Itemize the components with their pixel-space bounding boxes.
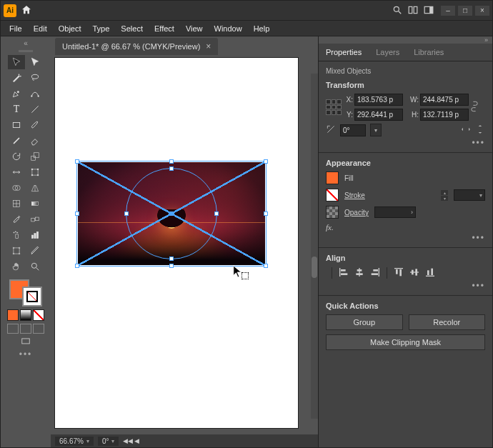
screen-mode-button[interactable] bbox=[20, 337, 31, 348]
hand-tool[interactable] bbox=[8, 259, 25, 274]
make-clipping-mask-button[interactable]: Make Clipping Mask bbox=[326, 334, 485, 350]
selection-tool[interactable] bbox=[8, 55, 25, 69]
tab-properties[interactable]: Properties bbox=[319, 44, 369, 61]
x-input[interactable] bbox=[354, 94, 403, 106]
graph-tool[interactable] bbox=[26, 228, 44, 242]
vertical-scrollbar[interactable] bbox=[311, 74, 318, 419]
minimize-button[interactable]: – bbox=[441, 6, 455, 16]
panel-collapse-icon[interactable]: » bbox=[319, 36, 492, 44]
curvature-tool[interactable] bbox=[26, 86, 44, 101]
stroke-swatch-panel[interactable] bbox=[326, 189, 339, 201]
menu-help[interactable]: Help bbox=[249, 23, 274, 34]
draw-normal-button[interactable] bbox=[7, 324, 19, 334]
toolbar-grip[interactable] bbox=[15, 49, 36, 53]
free-transform-tool[interactable] bbox=[26, 165, 44, 179]
opacity-swatch[interactable] bbox=[326, 206, 339, 219]
search-icon[interactable] bbox=[392, 5, 402, 16]
gradient-mode-button[interactable] bbox=[20, 309, 31, 321]
group-button[interactable]: Group bbox=[326, 314, 403, 330]
appearance-more-icon[interactable]: ••• bbox=[326, 233, 485, 243]
document-tab[interactable]: Untitled-1* @ 66.67 % (CMYK/Preview) × bbox=[55, 38, 218, 55]
magic-wand-tool[interactable] bbox=[8, 71, 25, 85]
direct-selection-tool[interactable] bbox=[26, 55, 44, 69]
align-left-icon[interactable] bbox=[338, 267, 349, 279]
canvas[interactable] bbox=[51, 55, 318, 434]
stroke-swatch[interactable] bbox=[22, 287, 42, 307]
arrange-docs-icon[interactable] bbox=[408, 5, 418, 16]
none-mode-button[interactable] bbox=[33, 309, 44, 321]
width-tool[interactable] bbox=[8, 165, 25, 179]
zoom-tool[interactable] bbox=[26, 259, 44, 274]
edit-toolbar-button[interactable]: ••• bbox=[19, 349, 33, 359]
line-tool[interactable] bbox=[26, 102, 44, 116]
blend-tool[interactable] bbox=[26, 212, 44, 227]
shape-builder-tool[interactable] bbox=[8, 181, 25, 195]
gradient-tool[interactable] bbox=[26, 196, 44, 211]
tab-layers[interactable]: Layers bbox=[369, 44, 407, 61]
ellipse-handle-r[interactable] bbox=[214, 211, 219, 216]
scroll-thumb[interactable] bbox=[312, 257, 317, 278]
rectangle-tool[interactable] bbox=[8, 118, 25, 132]
rotate-tool[interactable] bbox=[8, 149, 25, 164]
menu-edit[interactable]: Edit bbox=[29, 23, 51, 34]
workspace-icon[interactable] bbox=[424, 5, 434, 16]
draw-behind-button[interactable] bbox=[20, 324, 31, 334]
color-mode-button[interactable] bbox=[7, 309, 19, 321]
close-button[interactable]: × bbox=[475, 6, 489, 16]
menu-object[interactable]: Object bbox=[54, 23, 86, 34]
menu-file[interactable]: File bbox=[5, 23, 26, 34]
w-input[interactable] bbox=[420, 94, 469, 106]
pen-tool[interactable] bbox=[8, 86, 25, 101]
maximize-button[interactable]: □ bbox=[458, 6, 472, 16]
eyedropper-tool[interactable] bbox=[8, 212, 25, 227]
fill-swatch-panel[interactable] bbox=[326, 171, 339, 184]
rotate-input[interactable] bbox=[340, 124, 366, 136]
shaper-tool[interactable] bbox=[8, 134, 25, 148]
rotate-dropdown[interactable]: ▾ bbox=[370, 124, 382, 136]
recolor-button[interactable]: Recolor bbox=[409, 314, 486, 330]
artboard-tool[interactable] bbox=[8, 244, 25, 258]
transform-more-icon[interactable]: ••• bbox=[326, 138, 485, 148]
fx-button[interactable]: fx. bbox=[326, 223, 485, 232]
paintbrush-tool[interactable] bbox=[26, 118, 44, 132]
menu-view[interactable]: View bbox=[181, 23, 207, 34]
align-top-icon[interactable] bbox=[393, 267, 404, 279]
eraser-tool[interactable] bbox=[26, 134, 44, 148]
stroke-weight-dropdown[interactable]: ▾ bbox=[454, 189, 485, 201]
selected-objects[interactable] bbox=[78, 162, 265, 265]
menu-window[interactable]: Window bbox=[210, 23, 246, 34]
menu-type[interactable]: Type bbox=[89, 23, 114, 34]
opacity-label[interactable]: Opacity bbox=[344, 209, 369, 216]
draw-inside-button[interactable] bbox=[33, 324, 44, 334]
artboard-nav[interactable]: ◀◀◀ bbox=[123, 437, 139, 444]
toolbar-expand-icon[interactable]: « bbox=[24, 39, 28, 47]
align-vcenter-icon[interactable] bbox=[409, 267, 420, 279]
align-bottom-icon[interactable] bbox=[424, 267, 436, 279]
align-right-icon[interactable] bbox=[369, 267, 381, 279]
zoom-field[interactable]: 66.67% bbox=[55, 437, 94, 446]
tab-close-icon[interactable]: × bbox=[206, 41, 211, 51]
menu-select[interactable]: Select bbox=[116, 23, 147, 34]
home-icon[interactable] bbox=[21, 4, 32, 17]
scale-tool[interactable] bbox=[26, 149, 44, 164]
y-input[interactable] bbox=[354, 109, 403, 121]
h-input[interactable] bbox=[420, 109, 469, 121]
opacity-field[interactable]: › bbox=[374, 206, 416, 218]
flip-vertical-icon[interactable] bbox=[475, 124, 485, 136]
align-more-icon[interactable]: ••• bbox=[326, 281, 485, 291]
stroke-label[interactable]: Stroke bbox=[344, 191, 365, 199]
lasso-tool[interactable] bbox=[26, 71, 44, 85]
menu-effect[interactable]: Effect bbox=[150, 23, 179, 34]
align-hcenter-icon[interactable] bbox=[354, 267, 365, 279]
stroke-weight-stepper[interactable]: ▴▾ bbox=[441, 190, 448, 201]
type-tool[interactable]: T bbox=[8, 102, 25, 116]
link-wh-icon[interactable] bbox=[470, 99, 482, 115]
mesh-tool[interactable] bbox=[8, 196, 25, 211]
flip-horizontal-icon[interactable] bbox=[461, 124, 471, 136]
ellipse-handle-l[interactable] bbox=[124, 211, 129, 216]
reference-point[interactable] bbox=[326, 99, 342, 115]
rotation-field[interactable]: 0° bbox=[98, 437, 119, 446]
symbol-sprayer-tool[interactable] bbox=[8, 228, 25, 242]
ellipse-handle-b[interactable] bbox=[169, 257, 174, 261]
ellipse-handle-t[interactable] bbox=[169, 166, 174, 171]
